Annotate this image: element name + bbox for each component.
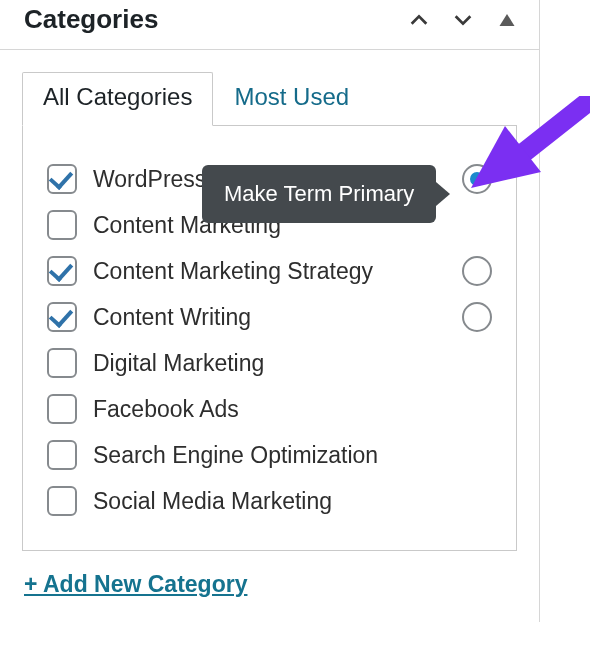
category-row-left: WordPress bbox=[47, 164, 206, 194]
category-checkbox[interactable] bbox=[47, 440, 77, 470]
categories-panel: Categories All Categories Most Used Word… bbox=[0, 0, 540, 622]
primary-term-radio[interactable] bbox=[462, 256, 492, 286]
primary-term-radio[interactable] bbox=[462, 164, 492, 194]
category-row: Digital Marketing bbox=[47, 340, 492, 386]
panel-header: Categories bbox=[0, 0, 539, 50]
category-label: Content Marketing bbox=[93, 212, 281, 239]
category-checkbox[interactable] bbox=[47, 210, 77, 240]
category-tabs: All Categories Most Used bbox=[22, 72, 517, 126]
category-row-left: Social Media Marketing bbox=[47, 486, 332, 516]
panel-header-controls bbox=[405, 6, 521, 34]
add-new-category-link[interactable]: + Add New Category bbox=[24, 571, 247, 598]
chevron-down-icon[interactable] bbox=[449, 6, 477, 34]
panel-body: All Categories Most Used WordPressConten… bbox=[0, 50, 539, 622]
category-row-left: Digital Marketing bbox=[47, 348, 264, 378]
category-checkbox[interactable] bbox=[47, 302, 77, 332]
collapse-panel-icon[interactable] bbox=[493, 6, 521, 34]
svg-marker-0 bbox=[500, 14, 515, 26]
category-checkbox[interactable] bbox=[47, 486, 77, 516]
category-checkbox[interactable] bbox=[47, 164, 77, 194]
category-label: Content Writing bbox=[93, 304, 251, 331]
category-list: WordPressContent MarketingContent Market… bbox=[47, 156, 492, 524]
category-label: Digital Marketing bbox=[93, 350, 264, 377]
category-label: Content Marketing Strategy bbox=[93, 258, 373, 285]
category-row-left: Content Marketing Strategy bbox=[47, 256, 373, 286]
category-row-left: Content Writing bbox=[47, 302, 251, 332]
category-row: Social Media Marketing bbox=[47, 478, 492, 524]
category-label: Facebook Ads bbox=[93, 396, 239, 423]
category-row-left: Content Marketing bbox=[47, 210, 281, 240]
category-row: Content Writing bbox=[47, 294, 492, 340]
primary-term-radio[interactable] bbox=[462, 302, 492, 332]
tab-all-categories[interactable]: All Categories bbox=[22, 72, 213, 126]
category-row: Facebook Ads bbox=[47, 386, 492, 432]
category-row: Content Marketing Strategy bbox=[47, 248, 492, 294]
category-checkbox[interactable] bbox=[47, 348, 77, 378]
category-row: Content Marketing bbox=[47, 202, 492, 248]
panel-title: Categories bbox=[24, 4, 158, 35]
category-row-left: Search Engine Optimization bbox=[47, 440, 378, 470]
category-label: Search Engine Optimization bbox=[93, 442, 378, 469]
category-label: WordPress bbox=[93, 166, 206, 193]
category-row: Search Engine Optimization bbox=[47, 432, 492, 478]
category-checkbox[interactable] bbox=[47, 394, 77, 424]
category-row-left: Facebook Ads bbox=[47, 394, 239, 424]
category-label: Social Media Marketing bbox=[93, 488, 332, 515]
chevron-up-icon[interactable] bbox=[405, 6, 433, 34]
tab-most-used[interactable]: Most Used bbox=[213, 72, 370, 126]
all-categories-panel: WordPressContent MarketingContent Market… bbox=[22, 125, 517, 551]
category-checkbox[interactable] bbox=[47, 256, 77, 286]
category-row: WordPress bbox=[47, 156, 492, 202]
